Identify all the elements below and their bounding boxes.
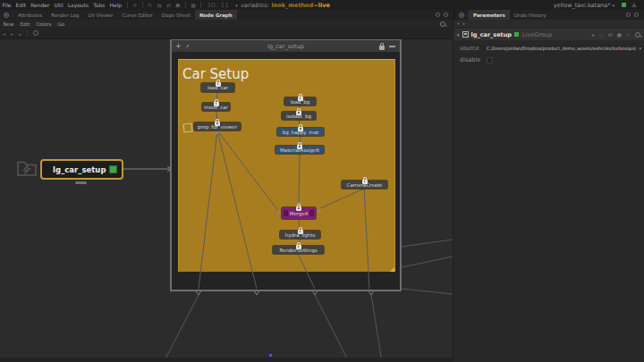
move-tool-icon[interactable]: ✛ xyxy=(131,2,140,8)
graph-node-merge4[interactable]: Merge4 xyxy=(282,207,316,219)
user-icon[interactable]: ☗ xyxy=(173,2,182,8)
forward-icon[interactable]: ▸ xyxy=(8,30,16,37)
divider xyxy=(127,2,128,8)
expand-icon[interactable]: ▸ xyxy=(592,31,595,38)
add-icon[interactable]: + xyxy=(175,42,182,50)
param-row-disable: disable xyxy=(453,55,644,65)
lock-icon xyxy=(296,245,301,250)
chevron-down-icon[interactable]: ▾ xyxy=(457,21,460,26)
ng-menu-new[interactable]: New xyxy=(0,21,17,27)
nodegraph-canvas[interactable]: lg_car_setup + ↗ lg_car_setup Car Setup xyxy=(0,39,453,362)
ng-menu-edit[interactable]: Edit xyxy=(17,21,33,27)
minimize-icon[interactable] xyxy=(389,46,395,47)
graph-state-variables[interactable]: ▾ variables: look_method = live xyxy=(235,2,330,9)
render-icon[interactable]: ▦ xyxy=(189,2,199,8)
menu-help[interactable]: Help xyxy=(107,2,124,8)
editable-indicator[interactable] xyxy=(109,165,117,173)
panel-tab-row: AttributesRender LogUV ViewerCurve Edito… xyxy=(0,10,644,20)
chevron-down-icon: ▾ xyxy=(612,3,614,8)
record-icon[interactable]: ● xyxy=(617,31,622,38)
right-panel-tabs: ParametersUndo History xyxy=(453,10,644,20)
ng-menu-go[interactable]: Go xyxy=(55,21,68,27)
disable-checkbox[interactable] xyxy=(487,57,493,63)
node-view-flag[interactable] xyxy=(75,181,87,184)
menu-edit[interactable]: Edit xyxy=(13,2,29,8)
chevron-down-icon: ▾ xyxy=(235,3,238,8)
ng-menu-colors[interactable]: Colors xyxy=(33,21,55,27)
tab-node-graph[interactable]: Node Graph xyxy=(195,10,237,20)
graph-node-move_car[interactable]: move_car xyxy=(202,103,230,111)
graph-node-load_car[interactable]: load_car xyxy=(201,83,234,92)
param-label: disable xyxy=(460,56,487,63)
chevron-right-icon[interactable]: ▸ xyxy=(463,21,466,26)
group-window[interactable]: + ↗ lg_car_setup Car Setup load_carmove_… xyxy=(170,39,402,291)
parameter-node-name: lg_car_setup xyxy=(471,31,513,38)
left-panel-tabs: AttributesRender LogUV ViewerCurve Edito… xyxy=(0,10,453,20)
tab-undo-history[interactable]: Undo History xyxy=(510,10,551,20)
tab-dope-sheet[interactable]: Dope Sheet xyxy=(157,10,195,20)
lock-icon xyxy=(298,230,303,235)
menu-tabs[interactable]: Tabs xyxy=(91,2,107,8)
gear-icon[interactable] xyxy=(459,13,464,18)
parameter-node-header[interactable]: ▾ lg_car_setup LiveGroup ▸ ◇ ⇄ ● ✓ xyxy=(453,29,644,40)
nodegraph-toolbar: ◂ ▸ ▴ xyxy=(0,28,453,39)
editable-indicator[interactable] xyxy=(514,32,519,37)
back-icon[interactable]: ◂ xyxy=(0,30,8,37)
tab-attributes[interactable]: Attributes xyxy=(13,10,47,20)
lock-icon xyxy=(298,127,303,132)
node-label: Merge4 xyxy=(288,211,310,216)
tab-render-log[interactable]: Render Log xyxy=(47,10,83,20)
menu-file[interactable]: File xyxy=(0,2,13,8)
graph-node-load_bg[interactable]: load_bg xyxy=(284,97,316,105)
panel-options-icon[interactable] xyxy=(436,13,440,17)
dot-node[interactable] xyxy=(182,122,192,132)
graph-node-cameracreate[interactable]: CameraCreate xyxy=(342,181,387,189)
world-icon[interactable] xyxy=(33,30,38,36)
divider xyxy=(142,2,143,8)
save-state-indicator xyxy=(622,3,626,7)
graph-node-bg_happy_mat[interactable]: bg_happy_mat xyxy=(277,128,324,136)
distant-node[interactable] xyxy=(269,354,272,357)
up-icon[interactable]: ▴ xyxy=(16,30,24,37)
chevron-down-icon[interactable]: ▾ xyxy=(639,46,641,51)
lock-icon xyxy=(215,122,220,127)
swap-icon[interactable]: ⇄ xyxy=(164,2,173,8)
gear-icon[interactable] xyxy=(4,13,9,18)
refresh-icon[interactable]: ↻ xyxy=(146,2,155,8)
edit-icon[interactable]: ✓ xyxy=(626,31,631,38)
pin-icon[interactable]: ◇ xyxy=(599,31,604,38)
livegroup-node-lg-car-setup[interactable]: lg_car_setup xyxy=(40,159,123,180)
flipbook-icon[interactable]: ▤ xyxy=(155,2,165,8)
graph-node-hydra_lights[interactable]: hydra_lights xyxy=(280,231,320,239)
variable-value: live xyxy=(318,2,330,9)
parameter-node-type: LiveGroup xyxy=(522,31,552,38)
warning-icon[interactable] xyxy=(631,3,637,7)
menu-util[interactable]: Util xyxy=(52,2,65,8)
tab-uv-viewer[interactable]: UV Viewer xyxy=(83,10,117,20)
project-filename[interactable]: yellow_taxi.katana*▾ xyxy=(554,2,614,9)
menu-layouts[interactable]: Layouts xyxy=(65,2,91,8)
graph-node-isolate_bg[interactable]: isolate_bg xyxy=(282,112,316,120)
graph-node-rendersettings[interactable]: RenderSettings xyxy=(273,246,324,254)
lock-icon[interactable] xyxy=(379,46,385,50)
search-icon[interactable] xyxy=(635,32,640,38)
collapse-caret-icon[interactable]: ▾ xyxy=(457,32,460,38)
menu-render[interactable]: Render xyxy=(29,2,52,8)
search-icon[interactable] xyxy=(440,21,445,27)
graph-node-materialassign6[interactable]: MaterialAssign6 xyxy=(275,146,324,154)
swap-icon[interactable]: ⇄ xyxy=(608,31,613,38)
popout-icon[interactable]: ↗ xyxy=(185,43,190,49)
source-path-value[interactable]: C:/Users/jordan/Dropbox/product_demo_ass… xyxy=(487,46,636,51)
panel-options-icon[interactable] xyxy=(626,13,631,17)
variables-label: variables: xyxy=(241,2,269,9)
tab-parameters[interactable]: Parameters xyxy=(469,10,510,20)
parameters-toolbar: ▾ ▸ xyxy=(453,20,644,27)
lock-icon xyxy=(214,102,219,107)
panel-close-icon[interactable] xyxy=(444,13,448,17)
lock-icon xyxy=(296,111,301,116)
graph-node-prep_for_viewer[interactable]: prep_for_viewer xyxy=(194,122,241,130)
tab-curve-editor[interactable]: Curve Editor xyxy=(118,10,157,20)
nodegraph-menubar: NewEditColorsGo xyxy=(0,20,453,28)
panel-close-icon[interactable] xyxy=(634,13,639,17)
3d-status: 3D: 11 xyxy=(204,2,232,9)
